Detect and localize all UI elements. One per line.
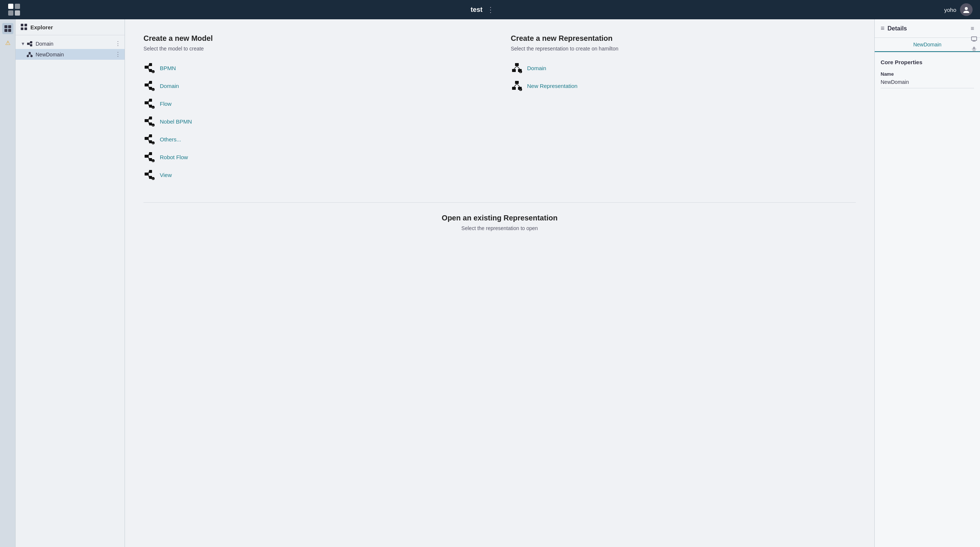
svg-rect-2: [8, 10, 13, 16]
topnav-right: yoho: [944, 3, 973, 16]
tree-item-newdomain[interactable]: NewDomain ⋮: [16, 49, 124, 60]
svg-line-75: [514, 66, 517, 69]
app-menu-icon[interactable]: ⋮: [487, 5, 494, 14]
main-layout: ⚠ Explorer ▼ Domain: [0, 19, 980, 547]
svg-rect-67: [149, 176, 152, 179]
model-label-robot-flow: Robot Flow: [160, 154, 188, 160]
model-icon-flow: +: [143, 97, 155, 110]
explorer-icon-button[interactable]: [2, 23, 13, 34]
tree-domain-more-icon[interactable]: ⋮: [115, 40, 121, 47]
icon-bar: ⚠: [0, 19, 16, 547]
svg-rect-66: [149, 170, 152, 173]
model-icon-domain: +: [143, 80, 155, 92]
svg-rect-46: [149, 123, 152, 126]
property-name-value: NewDomain: [881, 79, 974, 88]
model-item-robot-flow[interactable]: + Robot Flow: [143, 148, 489, 166]
model-item-nobel-bpmn[interactable]: + Nobel BPMN: [143, 112, 489, 130]
tree-item-domain[interactable]: ▼ Domain ⋮: [16, 38, 124, 49]
model-item-others[interactable]: + Others...: [143, 130, 489, 148]
svg-rect-39: [149, 105, 152, 108]
svg-line-26: [148, 65, 149, 67]
svg-point-19: [27, 55, 29, 57]
svg-line-69: [148, 174, 149, 177]
center-content: Create a new Model Select the model to c…: [125, 19, 874, 547]
svg-rect-25: [149, 69, 152, 72]
svg-line-17: [29, 44, 30, 45]
tab-newdomain[interactable]: NewDomain: [875, 38, 980, 52]
svg-text:+: +: [153, 160, 154, 162]
model-item-flow[interactable]: + Flow: [143, 95, 489, 112]
svg-line-62: [148, 156, 149, 159]
representation-label-domain: Domain: [527, 65, 547, 71]
model-label-bpmn: BPMN: [160, 65, 176, 71]
svg-rect-52: [149, 134, 152, 137]
username-label: yoho: [944, 7, 956, 13]
tree-newdomain-label: NewDomain: [36, 52, 113, 57]
tab-panel-icon1[interactable]: [971, 37, 977, 43]
model-item-domain[interactable]: + Domain: [143, 77, 489, 95]
model-item-bpmn[interactable]: + BPMN: [143, 59, 489, 77]
model-icon-others: +: [143, 133, 155, 145]
svg-rect-6: [8, 25, 11, 28]
content-columns: Create a new Model Select the model to c…: [143, 34, 856, 184]
hamburger-icon: ≡: [881, 24, 885, 32]
sidebar-title: Explorer: [30, 24, 53, 30]
svg-rect-30: [145, 83, 148, 86]
topnav: test ⋮ yoho: [0, 0, 980, 19]
svg-rect-44: [145, 119, 148, 122]
warning-icon: ⚠: [5, 39, 10, 46]
svg-rect-15: [30, 44, 32, 46]
tree-newdomain-more-icon[interactable]: ⋮: [115, 51, 121, 58]
create-representation-subtitle: Select the representation to create on h…: [511, 46, 856, 52]
core-properties-title: Core Properties: [881, 59, 974, 65]
panel-menu-icon[interactable]: ≡: [971, 25, 974, 32]
representation-item-new[interactable]: + New Representation: [511, 77, 856, 95]
model-label-domain: Domain: [160, 83, 179, 89]
svg-line-21: [28, 54, 30, 55]
svg-line-82: [514, 84, 517, 87]
svg-line-22: [30, 54, 32, 55]
svg-rect-38: [149, 99, 152, 102]
model-label-flow: Flow: [160, 100, 172, 107]
right-panel-header-right: ≡: [971, 25, 974, 32]
svg-rect-5: [5, 25, 7, 28]
svg-rect-37: [145, 101, 148, 104]
svg-line-47: [148, 118, 149, 121]
svg-text:+: +: [153, 89, 154, 91]
svg-rect-10: [24, 24, 27, 26]
svg-rect-79: [515, 81, 519, 84]
model-item-view[interactable]: + View: [143, 166, 489, 184]
svg-rect-11: [21, 27, 23, 30]
svg-rect-9: [21, 24, 23, 26]
svg-text:+: +: [153, 124, 154, 126]
collapse-arrow: ▼: [21, 41, 25, 46]
svg-rect-12: [24, 27, 27, 30]
svg-rect-32: [149, 87, 152, 90]
svg-text:+: +: [520, 89, 521, 91]
representation-item-domain[interactable]: + Domain: [511, 59, 856, 77]
create-representation-section: Create a new Representation Select the r…: [511, 34, 856, 184]
svg-rect-45: [149, 116, 152, 120]
user-avatar[interactable]: [960, 3, 973, 16]
svg-text:+: +: [153, 178, 154, 180]
app-logo[interactable]: [7, 3, 21, 16]
svg-line-76: [517, 66, 520, 69]
svg-rect-3: [15, 10, 20, 16]
tree-domain-label: Domain: [36, 41, 113, 47]
model-items-list: + BPMN: [143, 59, 489, 184]
svg-line-33: [148, 82, 149, 85]
create-model-section: Create a new Model Select the model to c…: [143, 34, 489, 184]
open-representation-subtitle: Select the representation to open: [143, 225, 856, 231]
model-label-view: View: [160, 172, 172, 178]
open-representation-section: Open an existing Representation Select t…: [143, 202, 856, 231]
svg-rect-53: [149, 140, 152, 143]
svg-line-55: [148, 139, 149, 142]
tab-panel-icon2[interactable]: [971, 46, 977, 53]
svg-rect-13: [27, 43, 29, 45]
svg-point-4: [965, 7, 968, 10]
model-icon-robot-flow: +: [143, 151, 155, 163]
svg-point-20: [30, 55, 33, 57]
representation-icon-new: +: [511, 80, 523, 92]
model-icon-view: +: [143, 169, 155, 181]
svg-rect-86: [972, 37, 977, 40]
